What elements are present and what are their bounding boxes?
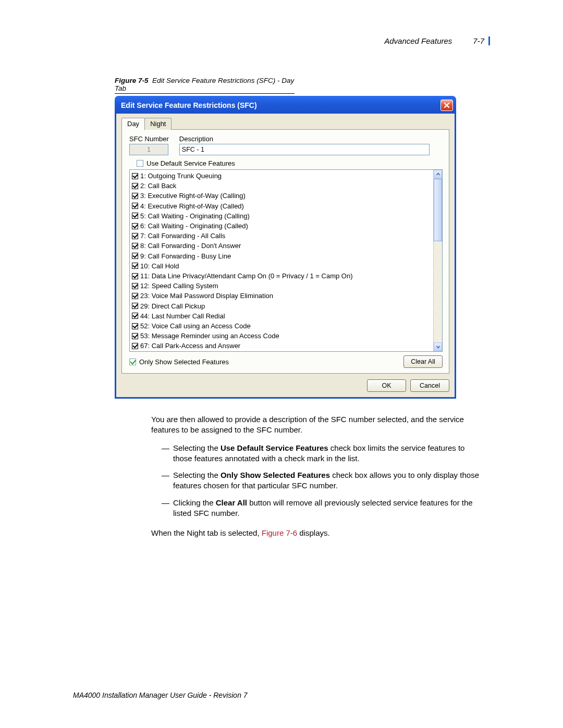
feature-item[interactable]: 8: Call Forwarding - Don't Answer bbox=[132, 241, 431, 251]
scroll-down-button[interactable] bbox=[434, 342, 442, 351]
scrollbar[interactable] bbox=[433, 170, 442, 351]
tab-panel-day: SFC Number Description Use Default Servi… bbox=[121, 129, 449, 374]
feature-label: 9: Call Forwarding - Busy Line bbox=[140, 251, 231, 261]
feature-label: 29: Direct Call Pickup bbox=[140, 301, 205, 311]
feature-label: 23: Voice Mail Password Display Eliminat… bbox=[140, 291, 273, 301]
feature-checkbox[interactable] bbox=[132, 203, 138, 209]
figure-caption: Figure 7-5 Edit Service Feature Restrict… bbox=[115, 77, 295, 94]
feature-items: 1: Outgoing Trunk Queuing2: Call Back3: … bbox=[130, 170, 433, 351]
feature-checkbox[interactable] bbox=[132, 263, 138, 269]
description-input[interactable] bbox=[179, 144, 430, 155]
dialog-title: Edit Service Feature Restrictions (SFC) bbox=[121, 101, 257, 109]
feature-checkbox[interactable] bbox=[132, 313, 138, 319]
feature-item[interactable]: 9: Call Forwarding - Busy Line bbox=[132, 251, 431, 261]
feature-item[interactable]: 3: Executive Right-of-Way (Calling) bbox=[132, 191, 431, 201]
feature-item[interactable]: 67: Call Park-Access and Answer bbox=[132, 341, 431, 351]
cancel-button[interactable]: Cancel bbox=[410, 379, 449, 392]
feature-label: 53: Message Reminder using an Access Cod… bbox=[140, 331, 279, 341]
feature-checkbox[interactable] bbox=[132, 173, 138, 179]
feature-checkbox[interactable] bbox=[132, 183, 138, 189]
feature-listbox[interactable]: 1: Outgoing Trunk Queuing2: Call Back3: … bbox=[129, 169, 443, 352]
header-page-number: 7-7 bbox=[473, 36, 484, 45]
feature-checkbox[interactable] bbox=[132, 233, 138, 239]
bullet-use-default: Selecting the Use Default Service Featur… bbox=[173, 443, 485, 464]
feature-label: 67: Call Park-Access and Answer bbox=[140, 341, 240, 351]
sfc-number-input[interactable] bbox=[129, 144, 168, 155]
tab-strip: Day Night bbox=[121, 118, 449, 130]
feature-checkbox[interactable] bbox=[132, 243, 138, 249]
use-default-checkbox[interactable] bbox=[137, 160, 143, 167]
feature-item[interactable]: 44: Last Number Call Redial bbox=[132, 311, 431, 321]
feature-item[interactable]: 23: Voice Mail Password Display Eliminat… bbox=[132, 291, 431, 301]
feature-label: 12: Speed Calling System bbox=[140, 281, 218, 291]
feature-item[interactable]: 29: Direct Call Pickup bbox=[132, 301, 431, 311]
feature-label: 2: Call Back bbox=[140, 181, 176, 191]
intro-paragraph: You are then allowed to provide a descri… bbox=[151, 414, 485, 436]
feature-checkbox[interactable] bbox=[132, 283, 138, 289]
feature-label: 7: Call Forwarding - All Calls bbox=[140, 231, 225, 241]
titlebar[interactable]: Edit Service Feature Restrictions (SFC) bbox=[115, 96, 456, 114]
clear-all-button[interactable]: Clear All bbox=[403, 355, 443, 368]
feature-checkbox[interactable] bbox=[132, 253, 138, 259]
only-show-checkbox[interactable] bbox=[129, 359, 136, 365]
page-header: Advanced Features 7-7 bbox=[73, 36, 490, 45]
only-show-row[interactable]: Only Show Selected Features bbox=[129, 358, 229, 366]
feature-label: 44: Last Number Call Redial bbox=[140, 311, 225, 321]
scroll-track[interactable] bbox=[434, 179, 442, 342]
dialog-footer: OK Cancel bbox=[121, 379, 449, 392]
tab-night[interactable]: Night bbox=[144, 118, 172, 130]
night-tab-paragraph: When the Night tab is selected, Figure 7… bbox=[151, 528, 485, 538]
chevron-down-icon bbox=[436, 344, 440, 349]
feature-checkbox[interactable] bbox=[132, 273, 138, 279]
feature-checkbox[interactable] bbox=[132, 223, 138, 229]
feature-checkbox[interactable] bbox=[132, 193, 138, 199]
feature-item[interactable]: 10: Call Hold bbox=[132, 261, 431, 271]
body-text: You are then allowed to provide a descri… bbox=[151, 414, 485, 538]
dialog-body: Day Night SFC Number Description Us bbox=[115, 114, 456, 399]
scroll-thumb[interactable] bbox=[434, 179, 442, 241]
feature-checkbox[interactable] bbox=[132, 293, 138, 299]
feature-item[interactable]: 52: Voice Call using an Access Code bbox=[132, 321, 431, 331]
feature-item[interactable]: 5: Call Waiting - Originating (Calling) bbox=[132, 211, 431, 221]
use-default-row[interactable]: Use Default Service Features bbox=[137, 159, 443, 167]
use-default-label: Use Default Service Features bbox=[146, 159, 235, 167]
figure-caption-prefix: Figure 7-5 bbox=[115, 77, 149, 84]
sfc-number-field: SFC Number bbox=[129, 135, 169, 155]
feature-label: 3: Executive Right-of-Way (Calling) bbox=[140, 191, 246, 201]
page-footer: MA4000 Installation Manager User Guide -… bbox=[73, 691, 248, 699]
description-field: Description bbox=[179, 135, 430, 155]
feature-checkbox[interactable] bbox=[132, 303, 138, 309]
only-show-label: Only Show Selected Features bbox=[139, 358, 229, 366]
feature-label: 8: Call Forwarding - Don't Answer bbox=[140, 241, 241, 251]
dialog-edit-sfc: Edit Service Feature Restrictions (SFC) … bbox=[115, 96, 456, 399]
feature-label: 5: Call Waiting - Originating (Calling) bbox=[140, 211, 250, 221]
bullet-clear-all: Clicking the Clear All button will remov… bbox=[173, 498, 485, 519]
feature-checkbox[interactable] bbox=[132, 343, 138, 349]
tab-day[interactable]: Day bbox=[121, 118, 145, 130]
feature-item[interactable]: 12: Speed Calling System bbox=[132, 281, 431, 291]
feature-item[interactable]: 2: Call Back bbox=[132, 181, 431, 191]
feature-item[interactable]: 1: Outgoing Trunk Queuing bbox=[132, 171, 431, 181]
feature-label: 1: Outgoing Trunk Queuing bbox=[140, 171, 222, 181]
description-label: Description bbox=[179, 135, 430, 143]
header-section: Advanced Features bbox=[384, 36, 452, 45]
feature-checkbox[interactable] bbox=[132, 213, 138, 219]
feature-label: 11: Data Line Privacy/Attendant Camp On … bbox=[140, 271, 353, 281]
feature-label: 6: Call Waiting - Originating (Called) bbox=[140, 221, 248, 231]
feature-item[interactable]: 4: Executive Right-of-Way (Called) bbox=[132, 201, 431, 211]
sfc-number-label: SFC Number bbox=[129, 135, 169, 143]
feature-checkbox[interactable] bbox=[132, 323, 138, 329]
feature-label: 4: Executive Right-of-Way (Called) bbox=[140, 201, 244, 211]
figure-ref-link[interactable]: Figure 7-6 bbox=[262, 528, 297, 537]
chevron-up-icon bbox=[436, 172, 440, 177]
feature-item[interactable]: 53: Message Reminder using an Access Cod… bbox=[132, 331, 431, 341]
feature-item[interactable]: 11: Data Line Privacy/Attendant Camp On … bbox=[132, 271, 431, 281]
feature-checkbox[interactable] bbox=[132, 333, 138, 339]
ok-button[interactable]: OK bbox=[367, 379, 406, 392]
feature-item[interactable]: 6: Call Waiting - Originating (Called) bbox=[132, 221, 431, 231]
bullet-only-show: Selecting the Only Show Selected Feature… bbox=[173, 470, 485, 491]
scroll-up-button[interactable] bbox=[434, 170, 442, 179]
feature-item[interactable]: 7: Call Forwarding - All Calls bbox=[132, 231, 431, 241]
close-button[interactable] bbox=[440, 100, 453, 111]
feature-label: 10: Call Hold bbox=[140, 261, 179, 271]
